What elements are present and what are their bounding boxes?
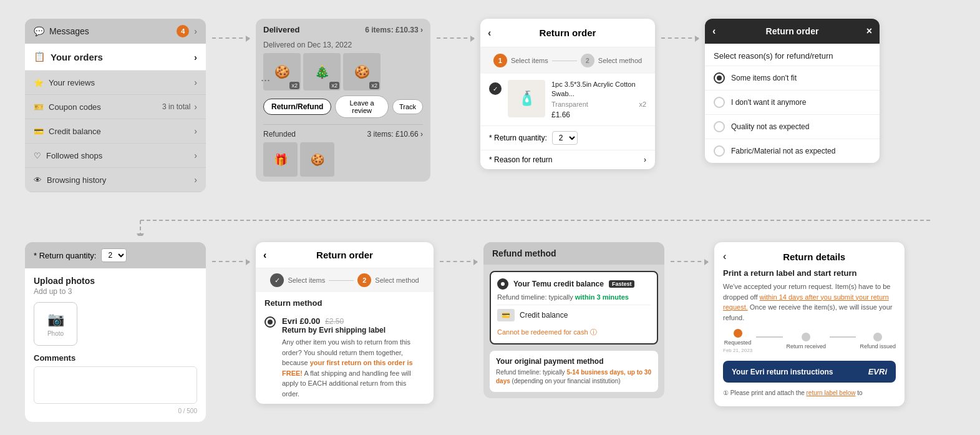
orders-chevron: › bbox=[194, 52, 197, 62]
history-icon: 👁 bbox=[34, 175, 42, 185]
return-item: ✓ 🧴 1pc 3.5*3.5in Acrylic Cotton Swab...… bbox=[480, 74, 655, 125]
item-checkbox[interactable]: ✓ bbox=[489, 82, 502, 95]
cannot-redeem: Cannot be redeemed for cash ⓘ bbox=[497, 328, 651, 337]
sidebar-item-coupons[interactable]: 🎫 Coupon codes 3 in total › bbox=[25, 95, 206, 119]
reason-item-3[interactable]: Quality not as expected bbox=[705, 114, 880, 139]
details-header: ‹ Return details bbox=[723, 251, 896, 262]
details-back-button[interactable]: ‹ bbox=[723, 251, 726, 262]
your-orders-row[interactable]: 📋 Your orders › bbox=[25, 44, 206, 71]
credit-label: Credit balance bbox=[520, 311, 568, 320]
evri-button[interactable]: Your Evri return instructions EVRi bbox=[723, 361, 896, 383]
reason-item-2[interactable]: I don't want it anymore bbox=[705, 90, 880, 114]
return-quantity-row: * Return quantity: 2 1 bbox=[480, 125, 655, 150]
refunded-img-1: 🎁 bbox=[263, 142, 298, 177]
fastest-badge: Fastest bbox=[609, 280, 635, 288]
upload-sub: Add up to 3 bbox=[34, 287, 197, 296]
track-button[interactable]: Track bbox=[392, 99, 423, 114]
return-qty-label: * Return quantity: bbox=[489, 134, 547, 142]
reason-chevron: › bbox=[644, 155, 646, 164]
method-option-evri[interactable]: Evri £0.00 £2.50 Return by Evri shipping… bbox=[256, 311, 434, 404]
reason-radio-4 bbox=[714, 145, 725, 157]
coupons-icon: 🎫 bbox=[34, 102, 44, 112]
return-order-header: ‹ Return order bbox=[480, 19, 655, 47]
arrow-6 bbox=[664, 242, 714, 262]
messages-chevron: › bbox=[194, 26, 197, 36]
cannot-redeem-text: Cannot be redeemed for cash bbox=[497, 328, 588, 336]
messages-header[interactable]: 💬 Messages 4 › bbox=[25, 19, 206, 44]
reasons-close-button[interactable]: × bbox=[866, 26, 872, 37]
upload-qty-select[interactable]: 2 1 bbox=[101, 248, 127, 262]
leave-review-button[interactable]: Leave a review bbox=[335, 95, 389, 118]
carrier-price: £0.00 bbox=[300, 316, 321, 326]
upload-body: Upload photos Add up to 3 📷 Photo Commen… bbox=[25, 268, 206, 422]
comments-label: Comments bbox=[34, 353, 197, 363]
return-qty-select[interactable]: 2 1 bbox=[552, 131, 578, 145]
original-payment-card[interactable]: Your original payment method Refund time… bbox=[490, 351, 658, 392]
return-reason-row[interactable]: * Reason for return › bbox=[480, 150, 655, 169]
return-reasons-panel: ‹ Return order × Select reason(s) for re… bbox=[705, 19, 880, 163]
reviews-icon: ⭐ bbox=[34, 78, 44, 87]
sidebar-item-reviews[interactable]: ⭐ Your reviews › bbox=[25, 71, 206, 95]
reviews-label: Your reviews bbox=[49, 78, 95, 87]
print-desc: We've accepted your return request. Item… bbox=[723, 281, 896, 323]
messages-icon: 💬 bbox=[34, 26, 44, 36]
order-action-buttons: Return/Refund Leave a review Track bbox=[256, 95, 430, 124]
progress-node-3: Refund issued bbox=[860, 333, 896, 349]
arrow-2 bbox=[430, 19, 480, 39]
credit-label: Credit balance bbox=[49, 127, 101, 136]
credit-balance-radio bbox=[497, 278, 508, 290]
upload-qty-label: * Return quantity: bbox=[34, 251, 96, 260]
comments-textarea[interactable] bbox=[34, 366, 197, 404]
original-timeline: Refund timeline: typically 5-14 business… bbox=[496, 368, 652, 386]
step1-circle: 1 bbox=[493, 54, 507, 67]
progress-dot-3 bbox=[873, 333, 882, 341]
return-order-panel: ‹ Return order 1 Select items 2 Select m… bbox=[480, 19, 655, 169]
reasons-back-button[interactable]: ‹ bbox=[712, 26, 716, 37]
progress-line-1 bbox=[756, 336, 782, 338]
credit-card-icon: 💳 bbox=[497, 309, 515, 321]
item-info: 1pc 3.5*3.5in Acrylic Cotton Swab... Tra… bbox=[551, 80, 646, 119]
orders-icon: 📋 bbox=[34, 51, 46, 62]
reason-radio-3 bbox=[714, 121, 725, 132]
your-orders-label: Your orders bbox=[51, 52, 103, 62]
credit-chevron: › bbox=[194, 126, 197, 136]
arrow-3 bbox=[655, 19, 705, 39]
history-chevron: › bbox=[194, 175, 197, 185]
reason-item-1[interactable]: Some items don't fit bbox=[705, 66, 880, 90]
reviews-chevron: › bbox=[194, 77, 197, 87]
more-options-btn[interactable]: ··· bbox=[261, 74, 270, 87]
refund-method-panel: Refund method Your Temu credit balance F… bbox=[483, 242, 664, 398]
details-title: Return details bbox=[732, 252, 896, 262]
coupons-chevron: › bbox=[194, 102, 197, 112]
credit-balance-name: Your Temu credit balance bbox=[513, 280, 604, 288]
upload-photo-box[interactable]: 📷 Photo bbox=[34, 302, 77, 346]
reasons-title: Return order bbox=[766, 26, 819, 36]
method-title: Return order bbox=[316, 250, 373, 260]
sidebar-item-credit[interactable]: 💳 Credit balance › bbox=[25, 119, 206, 144]
return-refund-button[interactable]: Return/Refund bbox=[263, 99, 331, 115]
timeline-highlight: within 3 minutes bbox=[575, 293, 629, 301]
order-section2: Refunded 3 items: £10.66 › 🎁 🍪 bbox=[256, 125, 430, 182]
timeline-label: Refund timeline: typically bbox=[497, 293, 575, 301]
orders-panel: Delivered 6 items: £10.33 › Delivered on… bbox=[256, 19, 430, 182]
item-qty-badge: x2 bbox=[639, 100, 646, 108]
reason-label-4: Fabric/Material not as expected bbox=[731, 147, 835, 155]
sidebar-item-shops[interactable]: ♡ Followed shops › bbox=[25, 144, 206, 168]
method-back-button[interactable]: ‹ bbox=[263, 250, 266, 261]
reason-label: * Reason for return bbox=[489, 155, 552, 164]
reason-item-4[interactable]: Fabric/Material not as expected bbox=[705, 139, 880, 163]
refunded-status: Refunded bbox=[263, 130, 296, 139]
sidebar-item-history[interactable]: 👁 Browsing history › bbox=[25, 168, 206, 192]
return-back-button[interactable]: ‹ bbox=[488, 27, 491, 39]
refunded-total: 3 items: £10.66 › bbox=[367, 130, 423, 139]
original-timeline-prefix: Refund timeline: typically bbox=[496, 369, 566, 376]
shops-label: Followed shops bbox=[46, 151, 102, 160]
method-step2-circle: 2 bbox=[357, 273, 371, 287]
evri-btn-label: Your Evri return instructions bbox=[732, 368, 833, 376]
coupons-count: 3 in total bbox=[162, 102, 190, 111]
refund-option-credit[interactable]: Your Temu credit balance Fastest Refund … bbox=[490, 271, 658, 345]
shops-icon: ♡ bbox=[34, 151, 41, 160]
evri-logo: EVRi bbox=[868, 367, 887, 376]
carrier-desc: Any other item you wish to return from t… bbox=[282, 337, 425, 399]
progress-line-2 bbox=[830, 336, 856, 338]
